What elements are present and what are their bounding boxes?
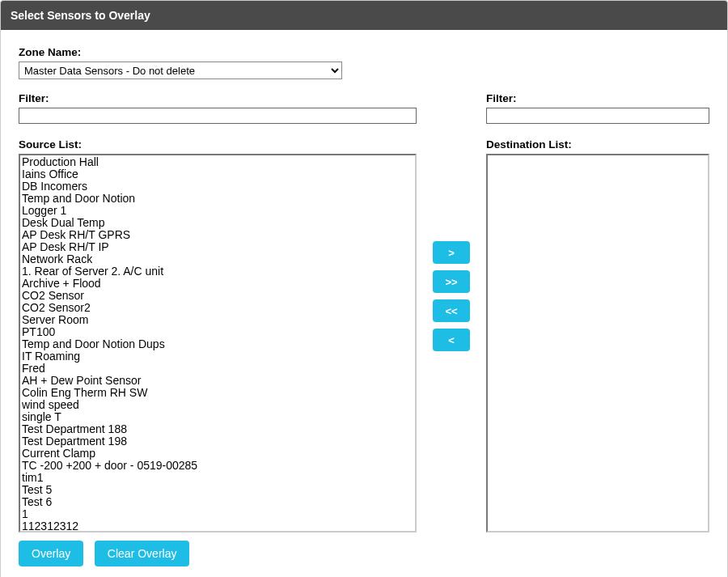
zone-name-select[interactable]: Master Data Sensors - Do not delete <box>19 62 342 79</box>
list-item[interactable]: Logger 1 <box>22 205 413 217</box>
list-item[interactable]: wind speed <box>22 399 413 411</box>
list-item[interactable]: Production Hall <box>22 156 413 168</box>
dialog-body: Zone Name: Master Data Sensors - Do not … <box>1 30 727 577</box>
move-right-button[interactable]: > <box>433 241 470 264</box>
list-item[interactable]: PT100 <box>22 326 413 338</box>
dialog-select-sensors: Select Sensors to Overlay Zone Name: Mas… <box>0 0 728 577</box>
list-item[interactable]: CO2 Sensor <box>22 290 413 302</box>
list-item[interactable]: Test 6 <box>22 496 413 508</box>
list-item[interactable]: AP Desk RH/T IP <box>22 241 413 253</box>
list-item[interactable]: Test 5 <box>22 484 413 496</box>
action-row: Overlay Clear Overlay <box>19 541 709 566</box>
list-item[interactable]: Test Department 198 <box>22 435 413 448</box>
list-item[interactable]: Iains Office <box>22 168 413 180</box>
list-item[interactable]: Test Department 188 <box>22 423 413 435</box>
source-listbox[interactable]: Production HallIains OfficeDB IncomersTe… <box>19 154 417 532</box>
list-item[interactable]: CO2 Sensor2 <box>22 302 413 314</box>
source-column: Filter: Source List: Production HallIain… <box>19 92 417 532</box>
list-item[interactable]: DB Incomers <box>22 180 413 193</box>
list-item[interactable]: AH + Dew Point Sensor <box>22 375 413 387</box>
destination-list-label: Destination List: <box>486 138 709 151</box>
transfer-buttons: > >> << < <box>417 92 486 354</box>
source-filter-input[interactable] <box>19 108 417 124</box>
move-all-left-button[interactable]: << <box>433 299 470 322</box>
list-item[interactable]: Colin Eng Therm RH SW <box>22 387 413 399</box>
list-item[interactable]: 1. Rear of Server 2. A/C unit <box>22 265 413 278</box>
move-all-right-button[interactable]: >> <box>433 270 470 293</box>
list-item[interactable]: 1 <box>22 508 413 520</box>
list-item[interactable]: tim1 <box>22 472 413 484</box>
list-item[interactable]: Temp and Door Notion Dups <box>22 338 413 350</box>
list-item[interactable]: Temp and Door Notion <box>22 193 413 205</box>
list-item[interactable]: AP Desk RH/T GPRS <box>22 229 413 241</box>
list-item[interactable]: single T <box>22 411 413 423</box>
list-item[interactable]: Archive + Flood <box>22 278 413 290</box>
dialog-title: Select Sensors to Overlay <box>1 1 727 30</box>
source-list-label: Source List: <box>19 138 417 151</box>
destination-listbox[interactable] <box>486 154 709 532</box>
source-filter-label: Filter: <box>19 92 417 104</box>
destination-filter-input[interactable] <box>486 108 709 124</box>
destination-filter-label: Filter: <box>486 92 709 104</box>
list-item[interactable]: 112312312 <box>22 520 413 532</box>
list-item[interactable]: IT Roaming <box>22 350 413 363</box>
list-item[interactable]: Network Rack <box>22 253 413 265</box>
list-item[interactable]: Desk Dual Temp <box>22 217 413 229</box>
list-item[interactable]: Server Room <box>22 314 413 326</box>
list-item[interactable]: Fred <box>22 363 413 375</box>
list-item[interactable]: TC -200 +200 + door - 0519-00285 <box>22 460 413 472</box>
overlay-button[interactable]: Overlay <box>19 541 83 566</box>
zone-name-label: Zone Name: <box>19 46 709 58</box>
destination-column: Filter: Destination List: <box>486 92 709 532</box>
move-left-button[interactable]: < <box>433 329 470 351</box>
list-item[interactable]: Current Clamp <box>22 448 413 460</box>
clear-overlay-button[interactable]: Clear Overlay <box>95 541 190 566</box>
